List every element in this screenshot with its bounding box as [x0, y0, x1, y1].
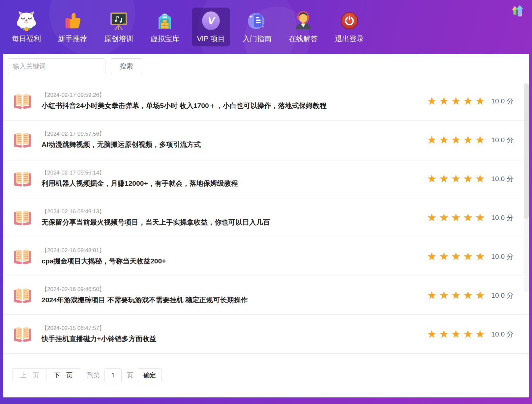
- item-rating: ★★★★★ 10.0 分: [427, 134, 514, 145]
- star-rating-icons: ★★★★★: [427, 134, 487, 145]
- content-panel: 搜索 【2024-02-17 09:59:26】 小红书抖音24小时美女拳击弹幕…: [3, 54, 529, 397]
- list-item[interactable]: 【2024-02-16 09:49:13】 无保留分享当前最火视频号项目，当天上…: [3, 198, 529, 237]
- item-title[interactable]: 2024年游戏搬砖项目 不需要玩游戏不需要挂机 稳定正规可长期操作: [42, 295, 427, 305]
- star-icon: ★: [475, 250, 485, 262]
- chalkboard-icon: [107, 9, 131, 33]
- open-book-icon: [13, 248, 32, 265]
- star-icon: ★: [439, 250, 449, 262]
- item-score: 10.0 分: [491, 135, 514, 145]
- star-icon: ★: [451, 134, 461, 146]
- nav-label: 在线解答: [289, 35, 318, 43]
- star-icon: ★: [475, 173, 485, 185]
- star-rating-icons: ★★★★★: [427, 212, 487, 223]
- item-rating: ★★★★★ 10.0 分: [427, 290, 514, 301]
- star-icon: ★: [475, 134, 485, 146]
- open-book-icon: [13, 93, 32, 110]
- prev-page-button[interactable]: 上一页: [13, 368, 46, 382]
- search-bar: 搜索: [8, 58, 529, 74]
- item-title[interactable]: 小红书抖音24小时美女拳击弹幕，单场5小时 收入1700＋，小白也可以操作，落地…: [42, 101, 427, 110]
- confirm-page-button[interactable]: 确定: [138, 368, 162, 382]
- nav-item-logout[interactable]: 退出登录: [330, 8, 369, 46]
- top-nav: 每日福利 新手推荐 原创培训: [7, 8, 369, 46]
- scrollbar-track[interactable]: [524, 218, 529, 292]
- page-number-input[interactable]: [104, 368, 122, 382]
- item-title[interactable]: 无保留分享当前最火视频号项目，当天上手实操拿收益，你也可以日入几百: [42, 218, 427, 227]
- nav-item-beginner-guide[interactable]: 入门指南: [238, 8, 276, 46]
- nav-label: 原创培训: [104, 35, 133, 43]
- lucky-cat-icon: [15, 9, 38, 33]
- scrollbar-thumb[interactable]: [524, 83, 529, 219]
- item-score: 10.0 分: [491, 252, 514, 261]
- star-icon: ★: [451, 211, 461, 224]
- star-icon: ★: [439, 328, 449, 340]
- item-timestamp: 【2024-02-17 09:56:14】: [42, 169, 427, 176]
- item-score: 10.0 分: [491, 174, 514, 183]
- star-icon: ★: [475, 289, 485, 301]
- treasury-icon: [153, 9, 177, 33]
- star-icon: ★: [427, 173, 437, 185]
- item-text-block: 【2024-02-16 09:48:01】 cpa掘金项目大揭秘，号称当天收益2…: [42, 247, 427, 266]
- star-rating-icons: ★★★★★: [427, 290, 487, 301]
- item-rating: ★★★★★ 10.0 分: [427, 173, 514, 184]
- item-title[interactable]: 利用机器人视频掘金，月赚12000+，有手就会，落地保姆级教程: [42, 179, 427, 188]
- nav-label: 新手推荐: [58, 35, 87, 43]
- star-rating-icons: ★★★★★: [427, 173, 487, 184]
- item-rating: ★★★★★ 10.0 分: [427, 212, 514, 223]
- star-icon: ★: [439, 95, 449, 107]
- star-rating-icons: ★★★★★: [427, 95, 487, 106]
- star-icon: ★: [439, 173, 449, 185]
- next-page-button[interactable]: 下一页: [46, 368, 80, 382]
- vip-icon: V: [199, 9, 223, 33]
- list-item[interactable]: 【2024-02-17 09:57:56】 AI动漫跳舞视频，无脑搬运原创视频，…: [3, 121, 529, 159]
- star-icon: ★: [427, 134, 437, 146]
- star-icon: ★: [463, 95, 473, 107]
- list-item[interactable]: 【2024-02-16 09:48:01】 cpa掘金项目大揭秘，号称当天收益2…: [3, 237, 529, 276]
- pagination-button-group: 上一页 下一页: [13, 368, 80, 382]
- list-item[interactable]: 【2024-02-17 09:56:14】 利用机器人视频掘金，月赚12000+…: [3, 159, 529, 198]
- nav-item-vip-projects[interactable]: V VIP 项目: [192, 8, 230, 46]
- open-book-icon: [13, 209, 32, 226]
- page-unit-label: 页: [127, 371, 133, 380]
- item-text-block: 【2024-02-17 09:59:26】 小红书抖音24小时美女拳击弹幕，单场…: [42, 92, 427, 110]
- star-icon: ★: [463, 134, 473, 146]
- open-book-icon: [13, 131, 32, 148]
- star-icon: ★: [451, 95, 461, 107]
- nav-item-online-support[interactable]: 在线解答: [284, 8, 322, 46]
- item-timestamp: 【2024-02-15 08:47:57】: [42, 325, 427, 332]
- star-icon: ★: [463, 328, 473, 340]
- nav-item-original-training[interactable]: 原创培训: [100, 8, 138, 46]
- search-button[interactable]: 搜索: [111, 58, 142, 74]
- list-item[interactable]: 【2024-02-17 09:59:26】 小红书抖音24小时美女拳击弹幕，单场…: [3, 82, 529, 121]
- star-icon: ★: [475, 328, 485, 340]
- star-icon: ★: [451, 250, 461, 262]
- open-book-icon: [13, 326, 32, 343]
- star-icon: ★: [427, 211, 437, 224]
- star-rating-icons: ★★★★★: [427, 251, 487, 262]
- goto-page-label: 到第: [87, 371, 100, 380]
- item-title[interactable]: AI动漫跳舞视频，无脑搬运原创视频，多项引流方式: [42, 140, 427, 149]
- item-title[interactable]: 快手挂机直播磁力+小铃铛多方面收益: [42, 334, 427, 343]
- nav-item-novice-recommend[interactable]: 新手推荐: [53, 8, 92, 46]
- nav-label: 虚拟宝库: [150, 35, 179, 43]
- star-icon: ★: [451, 328, 461, 340]
- star-icon: ★: [463, 250, 473, 262]
- list-item[interactable]: 【2024-02-15 08:47:57】 快手挂机直播磁力+小铃铛多方面收益 …: [3, 315, 529, 354]
- item-timestamp: 【2024-02-16 09:46:50】: [42, 286, 427, 293]
- star-rating-icons: ★★★★★: [427, 329, 487, 339]
- nav-label: 入门指南: [243, 35, 272, 43]
- star-icon: ★: [475, 95, 485, 107]
- list-item[interactable]: 【2024-02-16 09:46:50】 2024年游戏搬砖项目 不需要玩游戏…: [3, 276, 529, 315]
- star-icon: ★: [475, 211, 485, 224]
- star-icon: ★: [463, 289, 473, 301]
- item-title[interactable]: cpa掘金项目大揭秘，号称当天收益200+: [42, 256, 427, 266]
- item-text-block: 【2024-02-17 09:57:56】 AI动漫跳舞视频，无脑搬运原创视频，…: [42, 130, 427, 149]
- search-input[interactable]: [8, 58, 105, 74]
- site-logo: [510, 5, 524, 18]
- nav-item-daily-welfare[interactable]: 每日福利: [7, 8, 45, 46]
- item-score: 10.0 分: [491, 291, 514, 300]
- pagination: 上一页 下一页 到第 页 确定: [13, 368, 529, 382]
- item-text-block: 【2024-02-16 09:46:50】 2024年游戏搬砖项目 不需要玩游戏…: [42, 286, 427, 305]
- star-icon: ★: [427, 250, 437, 262]
- item-rating: ★★★★★ 10.0 分: [427, 251, 514, 262]
- nav-item-virtual-treasury[interactable]: 虚拟宝库: [146, 8, 184, 46]
